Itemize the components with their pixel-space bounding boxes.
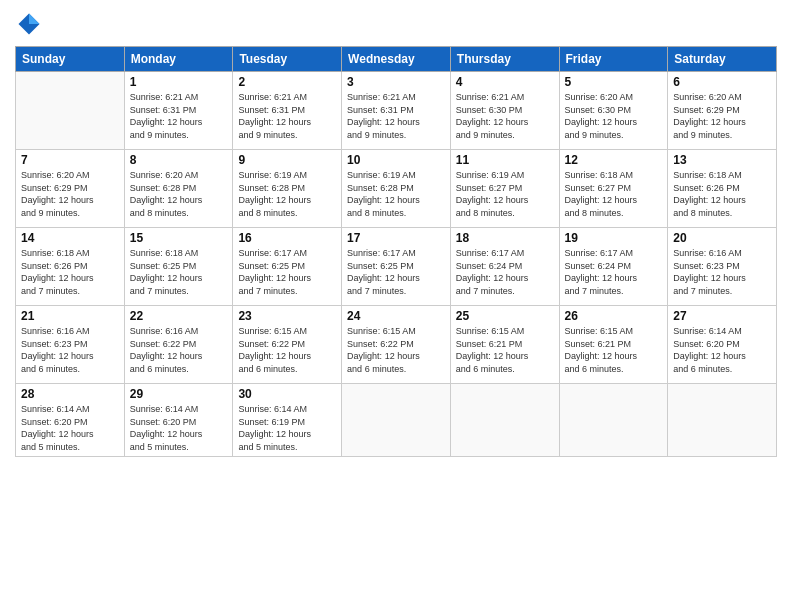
cell-info: Sunrise: 6:17 AM Sunset: 6:25 PM Dayligh…: [347, 247, 445, 297]
cell-info: Sunrise: 6:14 AM Sunset: 6:19 PM Dayligh…: [238, 403, 336, 453]
logo: [15, 10, 47, 38]
cell-info: Sunrise: 6:20 AM Sunset: 6:29 PM Dayligh…: [21, 169, 119, 219]
day-number: 4: [456, 75, 554, 89]
table-row: 11Sunrise: 6:19 AM Sunset: 6:27 PM Dayli…: [450, 150, 559, 228]
cell-info: Sunrise: 6:15 AM Sunset: 6:22 PM Dayligh…: [238, 325, 336, 375]
cell-info: Sunrise: 6:21 AM Sunset: 6:31 PM Dayligh…: [238, 91, 336, 141]
table-row: 20Sunrise: 6:16 AM Sunset: 6:23 PM Dayli…: [668, 228, 777, 306]
calendar-table: Sunday Monday Tuesday Wednesday Thursday…: [15, 46, 777, 457]
table-row: 26Sunrise: 6:15 AM Sunset: 6:21 PM Dayli…: [559, 306, 668, 384]
table-row: 19Sunrise: 6:17 AM Sunset: 6:24 PM Dayli…: [559, 228, 668, 306]
table-row: 28Sunrise: 6:14 AM Sunset: 6:20 PM Dayli…: [16, 384, 125, 457]
cell-info: Sunrise: 6:19 AM Sunset: 6:28 PM Dayligh…: [238, 169, 336, 219]
cell-info: Sunrise: 6:14 AM Sunset: 6:20 PM Dayligh…: [130, 403, 228, 453]
day-number: 29: [130, 387, 228, 401]
cell-info: Sunrise: 6:21 AM Sunset: 6:30 PM Dayligh…: [456, 91, 554, 141]
day-number: 7: [21, 153, 119, 167]
cell-info: Sunrise: 6:14 AM Sunset: 6:20 PM Dayligh…: [673, 325, 771, 375]
cell-info: Sunrise: 6:16 AM Sunset: 6:23 PM Dayligh…: [21, 325, 119, 375]
cell-info: Sunrise: 6:18 AM Sunset: 6:27 PM Dayligh…: [565, 169, 663, 219]
table-row: 1Sunrise: 6:21 AM Sunset: 6:31 PM Daylig…: [124, 72, 233, 150]
cell-info: Sunrise: 6:16 AM Sunset: 6:23 PM Dayligh…: [673, 247, 771, 297]
cell-info: Sunrise: 6:18 AM Sunset: 6:26 PM Dayligh…: [21, 247, 119, 297]
table-row: 30Sunrise: 6:14 AM Sunset: 6:19 PM Dayli…: [233, 384, 342, 457]
cell-info: Sunrise: 6:19 AM Sunset: 6:27 PM Dayligh…: [456, 169, 554, 219]
table-row: 9Sunrise: 6:19 AM Sunset: 6:28 PM Daylig…: [233, 150, 342, 228]
col-saturday: Saturday: [668, 47, 777, 72]
calendar-header-row: Sunday Monday Tuesday Wednesday Thursday…: [16, 47, 777, 72]
day-number: 9: [238, 153, 336, 167]
table-row: 15Sunrise: 6:18 AM Sunset: 6:25 PM Dayli…: [124, 228, 233, 306]
cell-info: Sunrise: 6:18 AM Sunset: 6:26 PM Dayligh…: [673, 169, 771, 219]
cell-info: Sunrise: 6:15 AM Sunset: 6:21 PM Dayligh…: [565, 325, 663, 375]
day-number: 1: [130, 75, 228, 89]
cell-info: Sunrise: 6:20 AM Sunset: 6:29 PM Dayligh…: [673, 91, 771, 141]
page: Sunday Monday Tuesday Wednesday Thursday…: [0, 0, 792, 612]
day-number: 22: [130, 309, 228, 323]
table-row: [450, 384, 559, 457]
day-number: 25: [456, 309, 554, 323]
table-row: 17Sunrise: 6:17 AM Sunset: 6:25 PM Dayli…: [342, 228, 451, 306]
cell-info: Sunrise: 6:17 AM Sunset: 6:25 PM Dayligh…: [238, 247, 336, 297]
day-number: 2: [238, 75, 336, 89]
day-number: 6: [673, 75, 771, 89]
svg-marker-1: [29, 14, 40, 25]
day-number: 16: [238, 231, 336, 245]
cell-info: Sunrise: 6:21 AM Sunset: 6:31 PM Dayligh…: [130, 91, 228, 141]
table-row: 2Sunrise: 6:21 AM Sunset: 6:31 PM Daylig…: [233, 72, 342, 150]
col-monday: Monday: [124, 47, 233, 72]
cell-info: Sunrise: 6:19 AM Sunset: 6:28 PM Dayligh…: [347, 169, 445, 219]
col-friday: Friday: [559, 47, 668, 72]
table-row: [342, 384, 451, 457]
col-wednesday: Wednesday: [342, 47, 451, 72]
day-number: 30: [238, 387, 336, 401]
table-row: [16, 72, 125, 150]
cell-info: Sunrise: 6:14 AM Sunset: 6:20 PM Dayligh…: [21, 403, 119, 453]
table-row: 4Sunrise: 6:21 AM Sunset: 6:30 PM Daylig…: [450, 72, 559, 150]
day-number: 14: [21, 231, 119, 245]
table-row: 8Sunrise: 6:20 AM Sunset: 6:28 PM Daylig…: [124, 150, 233, 228]
table-row: 5Sunrise: 6:20 AM Sunset: 6:30 PM Daylig…: [559, 72, 668, 150]
day-number: 13: [673, 153, 771, 167]
table-row: 10Sunrise: 6:19 AM Sunset: 6:28 PM Dayli…: [342, 150, 451, 228]
day-number: 20: [673, 231, 771, 245]
day-number: 19: [565, 231, 663, 245]
table-row: 13Sunrise: 6:18 AM Sunset: 6:26 PM Dayli…: [668, 150, 777, 228]
col-sunday: Sunday: [16, 47, 125, 72]
col-thursday: Thursday: [450, 47, 559, 72]
day-number: 5: [565, 75, 663, 89]
table-row: 14Sunrise: 6:18 AM Sunset: 6:26 PM Dayli…: [16, 228, 125, 306]
day-number: 26: [565, 309, 663, 323]
table-row: 18Sunrise: 6:17 AM Sunset: 6:24 PM Dayli…: [450, 228, 559, 306]
day-number: 28: [21, 387, 119, 401]
cell-info: Sunrise: 6:17 AM Sunset: 6:24 PM Dayligh…: [565, 247, 663, 297]
day-number: 12: [565, 153, 663, 167]
cell-info: Sunrise: 6:17 AM Sunset: 6:24 PM Dayligh…: [456, 247, 554, 297]
header: [15, 10, 777, 38]
cell-info: Sunrise: 6:16 AM Sunset: 6:22 PM Dayligh…: [130, 325, 228, 375]
table-row: 12Sunrise: 6:18 AM Sunset: 6:27 PM Dayli…: [559, 150, 668, 228]
day-number: 3: [347, 75, 445, 89]
cell-info: Sunrise: 6:18 AM Sunset: 6:25 PM Dayligh…: [130, 247, 228, 297]
table-row: 29Sunrise: 6:14 AM Sunset: 6:20 PM Dayli…: [124, 384, 233, 457]
day-number: 21: [21, 309, 119, 323]
day-number: 11: [456, 153, 554, 167]
table-row: [668, 384, 777, 457]
day-number: 27: [673, 309, 771, 323]
day-number: 8: [130, 153, 228, 167]
table-row: 3Sunrise: 6:21 AM Sunset: 6:31 PM Daylig…: [342, 72, 451, 150]
day-number: 23: [238, 309, 336, 323]
table-row: 27Sunrise: 6:14 AM Sunset: 6:20 PM Dayli…: [668, 306, 777, 384]
table-row: [559, 384, 668, 457]
table-row: 16Sunrise: 6:17 AM Sunset: 6:25 PM Dayli…: [233, 228, 342, 306]
cell-info: Sunrise: 6:15 AM Sunset: 6:21 PM Dayligh…: [456, 325, 554, 375]
table-row: 24Sunrise: 6:15 AM Sunset: 6:22 PM Dayli…: [342, 306, 451, 384]
logo-icon: [15, 10, 43, 38]
cell-info: Sunrise: 6:15 AM Sunset: 6:22 PM Dayligh…: [347, 325, 445, 375]
table-row: 21Sunrise: 6:16 AM Sunset: 6:23 PM Dayli…: [16, 306, 125, 384]
table-row: 6Sunrise: 6:20 AM Sunset: 6:29 PM Daylig…: [668, 72, 777, 150]
day-number: 10: [347, 153, 445, 167]
table-row: 7Sunrise: 6:20 AM Sunset: 6:29 PM Daylig…: [16, 150, 125, 228]
table-row: 22Sunrise: 6:16 AM Sunset: 6:22 PM Dayli…: [124, 306, 233, 384]
cell-info: Sunrise: 6:20 AM Sunset: 6:28 PM Dayligh…: [130, 169, 228, 219]
